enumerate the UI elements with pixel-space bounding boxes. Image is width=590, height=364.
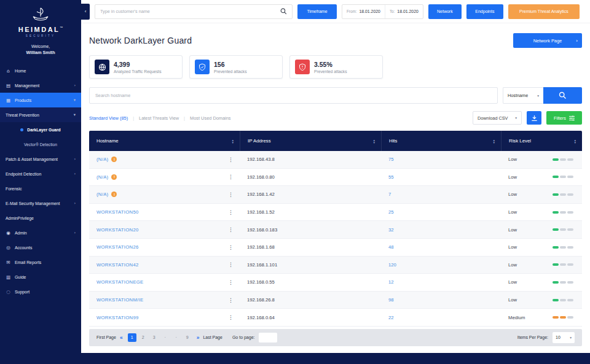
row-menu-icon[interactable]: ⋮ bbox=[228, 209, 234, 215]
column-header-hostname[interactable]: Hostname▴▾ bbox=[89, 131, 240, 151]
column-header-risk-level[interactable]: Risk Level▴▾ bbox=[501, 131, 582, 151]
page-number-current[interactable]: 1 bbox=[128, 333, 136, 342]
sidebar-item-management[interactable]: ▤Management› bbox=[0, 78, 81, 93]
page-header: Network DarkLayer Guard Network Page › bbox=[89, 33, 582, 48]
hostname-link[interactable]: (N/A) bbox=[96, 192, 108, 197]
hits-cell[interactable]: 55 bbox=[381, 174, 501, 180]
row-menu-icon[interactable]: ⋮ bbox=[228, 174, 234, 180]
sidebar-item-endpoint-detection[interactable]: Endpoint Detection› bbox=[0, 166, 81, 181]
first-page-label[interactable]: First Page bbox=[96, 335, 116, 339]
page-number[interactable]: 9 bbox=[183, 333, 192, 342]
sidebar-item-darklayer-guard[interactable]: DarkLayer Guard bbox=[0, 122, 81, 137]
row-menu-icon[interactable]: ⋮ bbox=[228, 314, 234, 320]
sidebar-item-patch-asset-management[interactable]: Patch & Asset Management› bbox=[0, 152, 81, 166]
hits-cell[interactable]: 7 bbox=[381, 192, 501, 197]
sidebar-item-accounts[interactable]: ◎Accounts bbox=[0, 240, 81, 255]
timeframe-button[interactable]: Timeframe bbox=[297, 4, 337, 19]
row-menu-icon[interactable]: ⋮ bbox=[228, 261, 234, 268]
hostname-search-button[interactable] bbox=[543, 87, 582, 104]
hostname-link[interactable]: WORKSTATION42 bbox=[96, 262, 139, 268]
sidebar-collapse-button[interactable]: ‹ bbox=[81, 4, 90, 20]
download-csv-dropdown[interactable]: Download CSV ▾ bbox=[473, 111, 522, 125]
column-header-hits[interactable]: Hits▴▾ bbox=[381, 131, 501, 151]
sidebar-item-e-mail-security-management[interactable]: E-Mail Security Management› bbox=[0, 196, 81, 211]
hostname-link[interactable]: (N/A) bbox=[96, 174, 108, 180]
hits-cell[interactable]: 12 bbox=[381, 279, 501, 285]
page-number[interactable]: · bbox=[161, 333, 170, 342]
page-number[interactable]: 2 bbox=[139, 333, 148, 342]
hostname-link[interactable]: WORKSTATION26 bbox=[96, 244, 139, 250]
last-page-chevron-icon[interactable]: » bbox=[197, 335, 200, 341]
hostname-link[interactable]: WORKSTATIONEGE bbox=[96, 279, 144, 285]
row-menu-icon[interactable]: ⋮ bbox=[228, 297, 234, 303]
ip-cell: 192.168.0.183 bbox=[240, 227, 381, 233]
hits-cell[interactable]: 25 bbox=[381, 209, 501, 215]
sidebar-item-support[interactable]: ◌Support bbox=[0, 284, 81, 299]
column-select-dropdown[interactable]: Hostname ▾ bbox=[503, 87, 543, 104]
row-menu-icon[interactable]: ⋮ bbox=[228, 192, 234, 198]
hits-cell[interactable]: 22 bbox=[381, 315, 501, 320]
hits-cell[interactable]: 120 bbox=[381, 262, 501, 268]
row-menu-icon[interactable]: ⋮ bbox=[228, 279, 234, 285]
filters-button[interactable]: Filters bbox=[546, 111, 582, 125]
hits-cell[interactable]: 48 bbox=[381, 244, 501, 250]
hits-cell[interactable]: 98 bbox=[381, 297, 501, 303]
network-button[interactable]: Network bbox=[428, 4, 462, 19]
endpoints-button[interactable]: Endpoints bbox=[466, 4, 503, 19]
risk-bar-segment bbox=[553, 263, 559, 266]
hostname-link[interactable]: WORKSTATION99 bbox=[96, 315, 139, 320]
tab-latest-threats-view[interactable]: Latest Threats View bbox=[139, 115, 179, 121]
table-body: (N/A)!⋮192.168.43.875Low(N/A)!⋮192.168.0… bbox=[89, 151, 582, 327]
last-page-label[interactable]: Last Page bbox=[203, 335, 222, 339]
sidebar-item-email-reports[interactable]: ✉Email Reports bbox=[0, 255, 81, 269]
sidebar-item-threat-prevention[interactable]: Threat Prevention▾ bbox=[0, 107, 81, 122]
items-per-page-dropdown[interactable]: 10 ▾ bbox=[553, 332, 575, 343]
risk-bar-segment bbox=[560, 299, 566, 301]
hostname-link[interactable]: WORKSTATIONM/IE bbox=[96, 297, 143, 303]
sidebar-item-products[interactable]: ▦Products▾ bbox=[0, 93, 81, 107]
page-number[interactable]: · bbox=[172, 333, 181, 342]
hits-cell[interactable]: 75 bbox=[381, 157, 501, 162]
row-menu-icon[interactable]: ⋮ bbox=[228, 244, 234, 250]
tab-standard-view-85[interactable]: Standard View (85) bbox=[89, 115, 128, 121]
chevron-left-icon: ‹ bbox=[85, 9, 87, 14]
column-header-ip-address[interactable]: IP Address▴▾ bbox=[240, 131, 381, 151]
sidebar-item-home[interactable]: ⌂Home bbox=[0, 63, 81, 78]
risk-bar-segment bbox=[553, 211, 559, 214]
sidebar-item-adminprivilege[interactable]: AdminPrivilege bbox=[0, 211, 81, 225]
hostname-search-input[interactable] bbox=[89, 87, 498, 104]
risk-label: Low bbox=[508, 262, 517, 268]
row-menu-icon[interactable]: ⋮ bbox=[228, 227, 234, 233]
sidebar-item-label: Threat Prevention bbox=[6, 113, 39, 117]
goto-page-input[interactable] bbox=[259, 333, 277, 343]
customer-search-input[interactable] bbox=[100, 9, 280, 14]
premium-threat-analytics-button[interactable]: Premium Threat Analytics bbox=[508, 4, 580, 19]
warning-icon: ! bbox=[111, 192, 117, 197]
hostname-link[interactable]: WORKSTATION50 bbox=[96, 209, 139, 215]
sidebar-item-label: E-Mail Security Management bbox=[6, 201, 60, 206]
tab-most-used-domains[interactable]: Most Used Domains bbox=[190, 115, 231, 121]
sidebar-item-forensic[interactable]: Forensic bbox=[0, 181, 81, 196]
hits-cell[interactable]: 32 bbox=[381, 227, 501, 233]
hostname-link[interactable]: WORKSTATION20 bbox=[96, 227, 139, 233]
sort-icon[interactable]: ▴▾ bbox=[232, 139, 234, 144]
search-icon[interactable] bbox=[280, 8, 287, 15]
date-from-field[interactable]: From: 18.01.2020 bbox=[342, 5, 385, 18]
hostname-link[interactable]: (N/A) bbox=[96, 157, 108, 162]
sort-icon[interactable]: ▴▾ bbox=[373, 139, 375, 144]
risk-cell: Low bbox=[501, 244, 582, 250]
page-number[interactable]: 3 bbox=[150, 333, 159, 342]
main-content: Network DarkLayer Guard Network Page › 4… bbox=[81, 23, 590, 353]
download-button[interactable] bbox=[527, 111, 541, 125]
sort-icon[interactable]: ▴▾ bbox=[574, 139, 576, 144]
first-page-chevron-icon[interactable]: « bbox=[120, 335, 123, 341]
date-to-field[interactable]: To: 18.01.2020 bbox=[385, 5, 423, 18]
row-menu-icon[interactable]: ⋮ bbox=[228, 157, 234, 163]
risk-bar-segment bbox=[567, 193, 573, 196]
sidebar-item-vector-detection[interactable]: Vector® Detection bbox=[0, 137, 81, 152]
network-page-button[interactable]: Network Page › bbox=[513, 33, 582, 48]
sidebar-item-admin[interactable]: ◉Admin› bbox=[0, 225, 81, 240]
chevron-down-icon: ▾ bbox=[537, 94, 539, 98]
sidebar-item-guide[interactable]: ▥Guide bbox=[0, 269, 81, 284]
sort-icon[interactable]: ▴▾ bbox=[493, 139, 495, 144]
